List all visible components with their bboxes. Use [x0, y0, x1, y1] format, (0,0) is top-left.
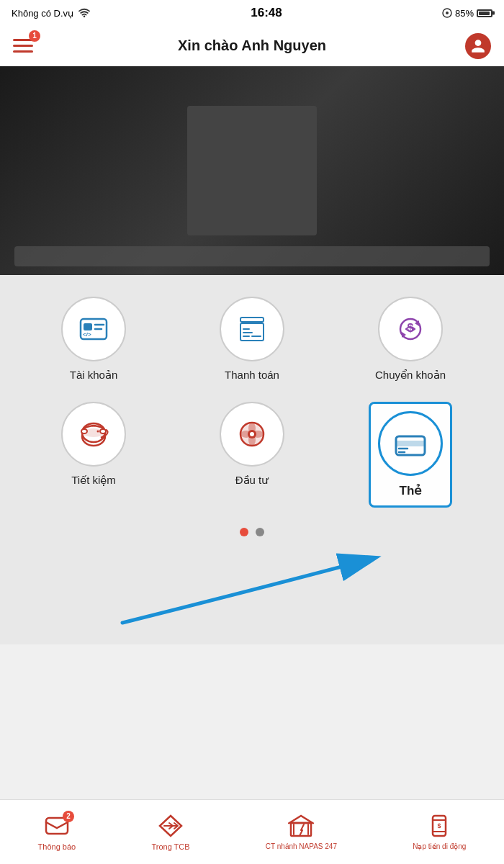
bottom-navigation: 2 Thông báo Trong TCB: [0, 799, 504, 864]
svg-point-20: [81, 429, 87, 433]
tai-khoan-label: Tài khoản: [70, 369, 118, 382]
tiet-kiem-label: Tiết kiệm: [71, 474, 116, 487]
svg-text:$: $: [438, 822, 441, 829]
quick-actions-grid: </> Tài khoản Thanh toán: [22, 297, 482, 508]
banner-caption-bar: [14, 246, 490, 266]
svg-rect-4: [84, 323, 92, 330]
nav-nap-tien[interactable]: $ Nạp tiền di động: [413, 814, 466, 850]
thanh-toan-label: Thanh toán: [225, 369, 279, 381]
thanh-toan-item[interactable]: Thanh toán: [180, 297, 324, 382]
svg-marker-39: [289, 816, 312, 823]
svg-point-0: [84, 16, 86, 18]
svg-rect-8: [240, 318, 264, 322]
dau-tu-item[interactable]: Đầu tư: [180, 402, 324, 508]
savings-icon: [76, 417, 111, 451]
nav-trong-tcb-icon-wrap: [156, 814, 185, 838]
svg-point-2: [446, 12, 449, 14]
nav-thong-bao-label: Thông báo: [38, 842, 76, 851]
battery-percentage: 85%: [455, 8, 474, 19]
menu-badge: 1: [29, 30, 40, 42]
chuyen-khoan-icon-circle: $: [378, 297, 443, 361]
nav-ct-nhanh-icon-wrap: [287, 814, 315, 838]
carousel-dots: [22, 528, 482, 536]
topup-icon: $: [428, 814, 451, 837]
svg-rect-22: [91, 425, 96, 427]
nav-trong-tcb[interactable]: Trong TCB: [151, 814, 189, 851]
investment-icon: [235, 417, 269, 451]
nav-thong-bao[interactable]: 2 Thông báo: [38, 814, 76, 851]
time-display: 16:48: [251, 6, 282, 20]
nav-ct-nhanh[interactable]: CT nhánh NAPAS 247: [266, 814, 337, 850]
dau-tu-label: Đầu tư: [235, 474, 269, 487]
dot-2[interactable]: [256, 528, 264, 536]
location-icon: [442, 8, 452, 18]
banner-image: [0, 66, 504, 275]
nav-nap-tien-label: Nạp tiền di động: [413, 842, 466, 850]
tiet-kiem-icon-circle: [61, 402, 126, 467]
header-title: Xin chào Anh Nguyen: [178, 37, 326, 54]
payment-icon: [235, 312, 269, 346]
menu-button[interactable]: 1: [13, 33, 39, 59]
status-bar: Không có D.vụ 16:48 85%: [0, 0, 504, 26]
thanh-toan-icon-circle: [220, 297, 284, 361]
svg-rect-32: [396, 441, 425, 446]
dau-tu-icon-circle: [220, 402, 284, 467]
nav-trong-tcb-label: Trong TCB: [151, 842, 189, 851]
card-icon: [392, 425, 429, 462]
battery-icon: [477, 9, 492, 17]
nav-nap-tien-icon-wrap: $: [425, 814, 454, 838]
arrow-annotation: [22, 536, 482, 630]
svg-text:</>: </>: [83, 331, 91, 338]
tai-khoan-item[interactable]: </> Tài khoản: [22, 297, 166, 382]
svg-point-19: [100, 429, 106, 433]
transfer-icon: $: [393, 312, 428, 346]
chuyen-khoan-item[interactable]: $ Chuyển khoản: [338, 297, 482, 382]
app-header: 1 Xin chào Anh Nguyen: [0, 26, 504, 66]
nav-ct-nhanh-label: CT nhánh NAPAS 247: [266, 842, 337, 850]
the-label: Thẻ: [400, 483, 422, 498]
account-icon: </>: [76, 312, 111, 346]
carrier-text: Không có D.vụ: [12, 8, 73, 19]
tcb-icon: [157, 814, 184, 837]
the-highlight-box[interactable]: Thẻ: [369, 402, 452, 508]
banner-section: [0, 66, 504, 275]
the-icon-circle: [378, 411, 443, 476]
banner-thumbnail: [187, 106, 317, 235]
svg-point-30: [250, 432, 254, 436]
dot-1[interactable]: [240, 528, 248, 536]
profile-avatar-button[interactable]: [465, 33, 491, 59]
svg-point-21: [97, 431, 99, 433]
battery-info: 85%: [442, 8, 492, 19]
tai-khoan-icon-circle: </>: [61, 297, 126, 361]
the-item[interactable]: Thẻ: [338, 402, 482, 508]
tiet-kiem-item[interactable]: Tiết kiệm: [22, 402, 166, 508]
menu-line-2: [13, 45, 33, 47]
thong-bao-badge: 2: [63, 811, 74, 822]
person-icon: [470, 38, 486, 54]
nav-thong-bao-icon-wrap: 2: [42, 814, 71, 838]
menu-line-3: [13, 50, 33, 53]
main-content: </> Tài khoản Thanh toán: [0, 275, 504, 644]
napas-icon: [288, 814, 314, 837]
wifi-icon: [78, 8, 91, 18]
chuyen-khoan-label: Chuyển khoản: [375, 369, 446, 382]
arrow-svg: [22, 536, 504, 630]
carrier-info: Không có D.vụ: [12, 8, 91, 19]
